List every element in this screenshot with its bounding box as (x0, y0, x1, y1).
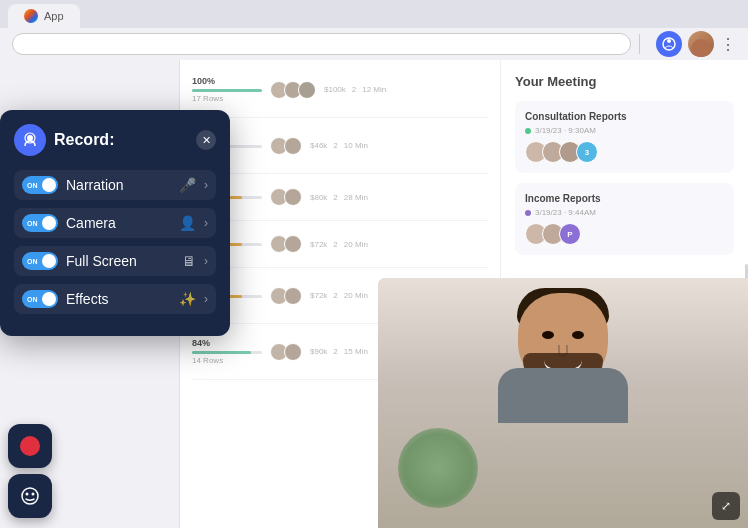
table-meta: $72k 2 20 Min (310, 240, 368, 249)
avatar-group (270, 188, 302, 206)
person-head (508, 293, 618, 423)
income-card-meta: 3/19/23 · 9:44AM (525, 208, 724, 217)
progress-sublabel: 17 Rows (192, 94, 262, 103)
progress-label: 84% (192, 338, 262, 348)
progress-label: 100% (192, 76, 262, 86)
avatar-group (270, 137, 302, 155)
status-dot-green (525, 128, 531, 134)
toolbar-divider (639, 34, 640, 54)
meta-time: 20 Min (344, 240, 368, 249)
profile-avatar[interactable] (688, 31, 714, 57)
mini-avatar (298, 81, 316, 99)
meta-count: 2 (333, 347, 337, 356)
app-icon[interactable] (656, 31, 682, 57)
meeting-avatar-badge: 3 (576, 141, 598, 163)
camera-toggle[interactable]: ON (22, 214, 58, 232)
table-row: $80k 2 28 Min (192, 188, 488, 221)
meta-amount: $72k (310, 291, 327, 300)
meta-amount: $100k (324, 85, 346, 94)
effects-toggle-label: ON (27, 296, 38, 303)
meta-time: 12 Min (362, 85, 386, 94)
narration-chevron-icon: › (204, 178, 208, 192)
avatar-group (270, 235, 302, 253)
camera-chevron-icon: › (204, 216, 208, 230)
meta-time: 20 Min (344, 291, 368, 300)
income-time: 3/19/23 · 9:44AM (535, 208, 596, 217)
record-icon (14, 124, 46, 156)
income-card[interactable]: Income Reports 3/19/23 · 9:44AM P (515, 183, 734, 255)
browser-tab[interactable]: App (8, 4, 80, 28)
consultation-card-title: Consultation Reports (525, 111, 724, 122)
consultation-time: 3/19/23 · 9:30AM (535, 126, 596, 135)
browser-menu-button[interactable]: ⋮ (720, 35, 736, 54)
video-feed: ⤢ (378, 278, 748, 528)
left-eye (542, 331, 554, 339)
mini-avatar (284, 235, 302, 253)
torso (498, 368, 628, 423)
meta-count: 2 (333, 291, 337, 300)
meta-time: 15 Min (344, 347, 368, 356)
meta-amount: $80k (310, 193, 327, 202)
meta-time: 10 Min (344, 141, 368, 150)
progress-sublabel: 14 Rows (192, 356, 262, 365)
effects-item: ON Effects ✨ › (14, 284, 216, 314)
mascot-button[interactable] (8, 474, 52, 518)
mini-avatar (284, 287, 302, 305)
video-person (378, 278, 748, 528)
mascot-icon (19, 485, 41, 507)
sparkle-icon: ✨ (179, 291, 196, 307)
fullscreen-chevron-icon: › (204, 254, 208, 268)
mini-avatar (284, 137, 302, 155)
camera-toggle-knob (42, 216, 56, 230)
record-panel: Record: ✕ ON Narration 🎤 › ON Camera 👤 › (0, 110, 230, 336)
meta-count: 2 (333, 240, 337, 249)
table-row: 100% 17 Rows $100k 2 12 Min (192, 76, 488, 118)
effects-chevron-icon: › (204, 292, 208, 306)
camera-label: Camera (66, 215, 171, 231)
avatar-group (270, 81, 316, 99)
svg-point-4 (22, 488, 38, 504)
consultation-card-meta: 3/19/23 · 9:30AM (525, 126, 724, 135)
meta-count: 2 (333, 141, 337, 150)
effects-toggle[interactable]: ON (22, 290, 58, 308)
record-panel-title: Record: (54, 131, 114, 149)
narration-item: ON Narration 🎤 › (14, 170, 216, 200)
url-bar[interactable] (12, 33, 631, 55)
avatar-group (270, 343, 302, 361)
fullscreen-toggle-knob (42, 254, 56, 268)
income-avatar-group: P (525, 223, 724, 245)
narration-toggle[interactable]: ON (22, 176, 58, 194)
fullscreen-toggle[interactable]: ON (22, 252, 58, 270)
video-expand-button[interactable]: ⤢ (712, 492, 740, 520)
record-button[interactable] (8, 424, 52, 468)
person-icon: 👤 (179, 215, 196, 231)
svg-point-2 (27, 135, 33, 141)
status-dot-purple (525, 210, 531, 216)
mini-avatar (284, 188, 302, 206)
mini-avatar (284, 343, 302, 361)
effects-toggle-knob (42, 292, 56, 306)
record-panel-header: Record: ✕ (14, 124, 216, 156)
svg-point-1 (667, 39, 671, 43)
browser-toolbar: ⋮ (0, 28, 748, 60)
table-row: 35% 8 Rows $46k 2 10 Min (192, 132, 488, 174)
recording-controls (8, 424, 52, 518)
meeting-panel-title: Your Meeting (515, 74, 734, 89)
svg-point-6 (32, 493, 35, 496)
meta-amount: $90k (310, 347, 327, 356)
table-meta: $46k 2 10 Min (310, 141, 368, 150)
right-eye (572, 331, 584, 339)
main-area: 100% 17 Rows $100k 2 12 Min 35% (0, 60, 748, 528)
record-panel-close-button[interactable]: ✕ (196, 130, 216, 150)
monitor-icon: 🖥 (182, 253, 196, 269)
consultation-card[interactable]: Consultation Reports 3/19/23 · 9:30AM 3 (515, 101, 734, 173)
meta-count: 2 (352, 85, 356, 94)
camera-item: ON Camera 👤 › (14, 208, 216, 238)
meta-amount: $46k (310, 141, 327, 150)
narration-toggle-knob (42, 178, 56, 192)
effects-label: Effects (66, 291, 171, 307)
avatar-group (270, 287, 302, 305)
fullscreen-toggle-label: ON (27, 258, 38, 265)
income-card-title: Income Reports (525, 193, 724, 204)
consultation-avatar-group: 3 (525, 141, 724, 163)
